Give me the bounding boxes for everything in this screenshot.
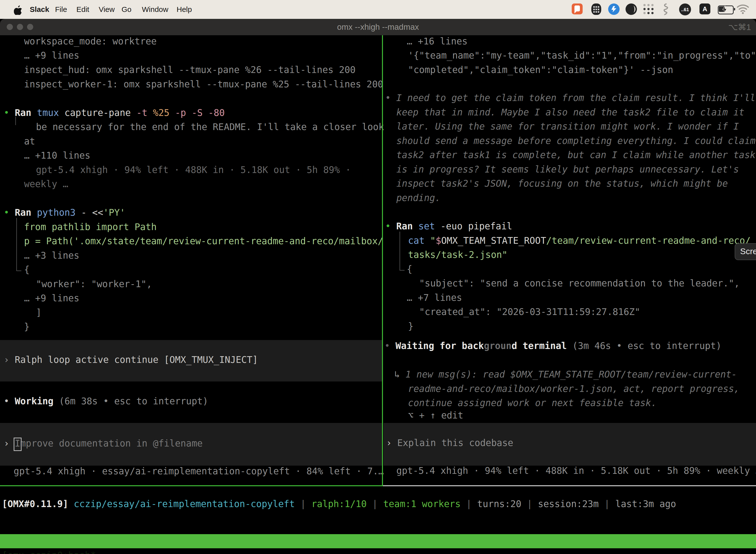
omx-last-activity: last:3m ago [615, 499, 676, 509]
working-bullet: • [4, 396, 15, 406]
omx-status-line: [OMX#0.11.9] cczip/essay/ai-reimplementa… [2, 498, 676, 510]
pane-divider[interactable] [382, 35, 383, 485]
screen-recording-icon[interactable] [572, 3, 583, 14]
menu-item-go[interactable]: Go [122, 0, 131, 19]
waiting-label: Waiting for back [396, 340, 484, 351]
separator: | [599, 499, 615, 509]
shield-grid [593, 6, 599, 13]
menu-item-file[interactable]: File [55, 0, 67, 19]
command-arg: capture-pane [64, 107, 136, 118]
command-name: python3 [37, 207, 81, 218]
right-pane-bottom-border [383, 485, 756, 486]
thinking-line: is in progress? It seems likely but perh… [396, 163, 739, 176]
ralph-loop-status: › Ralph loop active continue [OMX_TMUX_I… [4, 353, 258, 366]
menu-item-window[interactable]: Window [142, 0, 169, 19]
right-prompt-input[interactable]: › Explain this codebase [386, 437, 513, 449]
heredoc-operator: << [92, 207, 103, 218]
apple-menu-icon[interactable] [14, 5, 22, 15]
collapsed-lines-indicator[interactable]: … +9 lines [24, 49, 79, 62]
screenshot-overlay-button[interactable]: Scre [735, 243, 756, 260]
menu-item-edit[interactable]: Edit [76, 0, 89, 19]
menu-app-name[interactable]: Slack [30, 0, 49, 19]
tmux-status-bar: [omx-cczip0:bash* "MacBook-Pro-44.local"… [0, 534, 756, 548]
command-output: be necessary for the end of the README. … [36, 121, 384, 133]
thinking-bullet: • [385, 93, 396, 103]
wifi-icon[interactable] [737, 3, 749, 14]
menu-item-view[interactable]: View [99, 0, 115, 19]
window-title: omx --xhigh --madmax [0, 19, 756, 35]
log-line: workspace_mode: worktree [24, 35, 157, 48]
menu-bar: Slack File Edit View Go Window Help [0, 0, 756, 19]
output-json: { [407, 263, 412, 276]
screen-recording-inner [574, 5, 580, 11]
squiggle-icon[interactable] [661, 3, 671, 15]
thinking-line: inspect task2's JSON, focusing on the st… [396, 177, 728, 190]
keyboard-layout-label: A [703, 5, 707, 13]
separator: | [521, 499, 538, 509]
code-line: from pathlib import Path [24, 221, 157, 233]
command-set-pipefail: • Ran set -euo pipefail [385, 220, 512, 233]
screenshot-overlay-label: Scre [740, 246, 756, 256]
thinking-line: keep that in mind. Maybe I also need the… [396, 106, 744, 119]
desktop: Slack File Edit View Go Window Help [0, 0, 756, 554]
battery-icon[interactable] [718, 5, 734, 14]
edit-shortcut-hint: ⌥ + ↑ edit [408, 409, 463, 422]
command-cat: cat "$OMX_TEAM_STATE_ROOT/team/review-cu… [408, 234, 751, 247]
file-path: tasks/task-2.json" [408, 248, 507, 261]
collapsed-lines-indicator[interactable]: … +9 lines [24, 292, 79, 305]
omx-ralph-counter: ralph:1/10 [311, 499, 367, 509]
message-line: readme-and-reco/mailbox/worker-1.json, a… [408, 383, 740, 395]
prompt-chevron: › [4, 438, 15, 449]
output-json: ] [36, 306, 42, 319]
waiting-label: d terminal [511, 340, 567, 351]
command-bullet: • [4, 207, 15, 218]
input-placeholder: Improve documentation in @filename [15, 438, 203, 449]
blue-app-icon[interactable] [608, 3, 620, 15]
tmux-session-name[interactable]: [omx-cczip0:bash* [2, 548, 96, 554]
omx-turns: turns:20 [477, 499, 521, 509]
working-meta: (6m 38s • esc to interrupt) [54, 396, 208, 406]
env-var: OMX_TEAM_STATE_ROOT [441, 235, 546, 246]
battery-percent-badge[interactable]: ..61 [679, 3, 691, 15]
spacer [68, 499, 74, 509]
collapsed-lines-indicator[interactable]: … +110 lines [24, 149, 90, 162]
dollar-sign: $ [436, 235, 441, 246]
separator: | [460, 499, 477, 509]
menu-item-help[interactable]: Help [177, 0, 192, 19]
zigzag-glyph [610, 5, 618, 13]
output-json: "completed","claim_token":"claim-token"}… [408, 63, 673, 76]
waiting-meta: (3m 46s • esc to interrupt) [567, 340, 721, 351]
crescent-app-icon[interactable] [626, 3, 637, 15]
waiting-bullet: • [384, 340, 396, 351]
file-path: /team/review-current-readme-and-reco/ [546, 235, 751, 246]
waiting-label-shimmer: groun [484, 340, 511, 351]
input-placeholder: Explain this codebase [397, 438, 513, 448]
log-line: inspect_hud: omx sparkshell --tmux-pane … [24, 63, 356, 76]
command-tmux-capture: • Ran tmux capture-pane -t %25 -p -S -80 [4, 107, 225, 119]
dots-grid-icon[interactable] [643, 3, 654, 15]
working-label: Working [15, 396, 54, 406]
command-name: set [419, 221, 441, 232]
collapsed-lines-indicator[interactable]: … +16 lines [407, 35, 467, 48]
output-json: '{"team_name":"my-team","task_id":"1","f… [408, 49, 756, 62]
collapsed-lines-indicator[interactable]: … +7 lines [407, 291, 462, 304]
output-json: { [24, 263, 29, 276]
command-args: -euo pipefail [441, 221, 512, 232]
output-connector [15, 117, 20, 125]
output-json: "subject": "send a concise recommendatio… [419, 277, 740, 290]
thinking-block: • I need to get the claim token from the… [385, 92, 756, 105]
keyboard-layout-icon[interactable]: A [699, 3, 710, 14]
command-flags: -p -S -80 [175, 107, 225, 118]
left-prompt-input[interactable]: › Improve documentation in @filename [4, 437, 203, 450]
right-pane-status-line: gpt-5.4 xhigh · 94% left · 488K in · 5.1… [396, 464, 756, 477]
password-shield-icon[interactable] [591, 3, 601, 15]
usage-summary: gpt-5.4 xhigh · 94% left · 488K in · 5.1… [36, 164, 351, 176]
thinking-line: pending. [396, 191, 441, 205]
command-bullet: • [4, 107, 15, 118]
log-line: inspect_worker-1: omx sparkshell --tmux-… [24, 78, 383, 91]
separator: | [367, 499, 383, 509]
command-flag: -t [136, 107, 153, 118]
collapsed-lines-indicator[interactable]: … +3 lines [24, 249, 79, 262]
message-line: continue assigned work or next feasible … [408, 397, 656, 409]
left-pane-status-line: gpt-5.4 xhigh · essay/ai-reimplementatio… [14, 465, 384, 478]
